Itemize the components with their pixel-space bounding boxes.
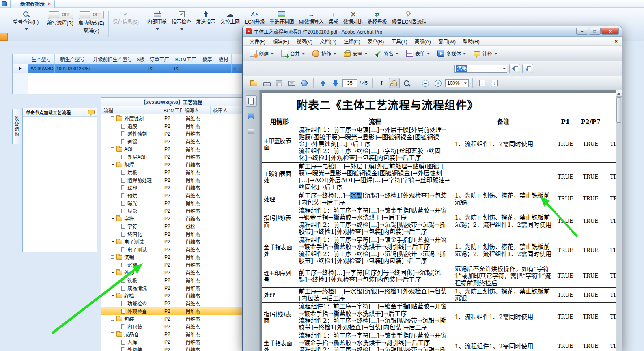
- collapse-icon[interactable]: [111, 240, 114, 243]
- grid-column-header[interactable]: 生产型号: [28, 54, 55, 64]
- find-combo-arrow-icon[interactable]: [503, 68, 505, 70]
- grid-cell[interactable]: [135, 64, 146, 73]
- collapse-icon[interactable]: [111, 217, 114, 220]
- tab-close-icon[interactable]: ×: [48, 1, 51, 7]
- dropdown-arrow-icon[interactable]: [463, 52, 465, 54]
- tree-item[interactable]: 内包装P2肖维杰: [101, 323, 242, 330]
- toolbar-button-internal-audit[interactable]: 内部审核: [145, 10, 169, 31]
- grid-cell[interactable]: [90, 64, 135, 73]
- collapse-icon[interactable]: [111, 332, 114, 336]
- menu-item[interactable]: 表单(R): [364, 37, 388, 46]
- tree-item[interactable]: 退膜P2肖维杰: [101, 122, 242, 130]
- grid-column-header[interactable]: 订单工厂: [146, 54, 172, 64]
- collapse-icon[interactable]: [111, 294, 114, 297]
- minimize-button[interactable]: [576, 28, 588, 35]
- page-number-input[interactable]: 35: [342, 79, 357, 87]
- tree-item[interactable]: 预烘P2肖维杰: [101, 192, 242, 199]
- toolbar-button-send-instruction[interactable]: 发送指示: [194, 10, 218, 26]
- close-button[interactable]: [601, 28, 619, 35]
- tree-item[interactable]: 烘板P2肖维杰: [101, 168, 242, 176]
- grid-column-header[interactable]: 新生产型号: [55, 54, 90, 64]
- grid-cell[interactable]: 10010200126253: [55, 64, 90, 73]
- tree-column-header[interactable]: 编写人: [182, 106, 211, 114]
- fit-width-button[interactable]: [476, 78, 487, 88]
- toolbar-button-ecn-upgrade[interactable]: ECN升级: [242, 10, 267, 26]
- tree-item[interactable]: 成品仓P2肖维杰: [101, 330, 242, 338]
- tree-item[interactable]: 成品清洗P2肖维杰: [101, 284, 242, 292]
- dropdown-arrow-icon[interactable]: [271, 52, 273, 54]
- tree-item[interactable]: 外层蚀刻P2肖维杰: [101, 114, 242, 122]
- tree-item[interactable]: 终检P2肖维杰: [101, 292, 242, 299]
- acrobat-toolbar-button-comment[interactable]: 注释: [470, 48, 500, 58]
- collapse-icon[interactable]: [111, 163, 114, 166]
- toolbar-button-save-info[interactable]: 保存信息(S): [110, 10, 141, 26]
- tree-item[interactable]: 外层AOIP2肖维杰: [101, 153, 242, 161]
- tree-item[interactable]: 终固化P2肖维杰: [101, 230, 242, 238]
- grid-column-header[interactable]: BOM工厂: [172, 54, 199, 64]
- zoom-out-button[interactable]: [420, 78, 431, 88]
- menu-item[interactable]: 注释(C): [340, 37, 364, 46]
- dropdown-arrow-icon[interactable]: [333, 52, 336, 54]
- restore-button[interactable]: [589, 28, 601, 35]
- find-previous-button[interactable]: [509, 64, 520, 73]
- tree-item[interactable]: AOIP2肖维杰: [101, 145, 242, 153]
- dropdown-arrow-icon[interactable]: [155, 28, 159, 30]
- upload-web-button[interactable]: [299, 78, 310, 88]
- tree-item[interactable]: 外包装P2肖维杰: [101, 346, 242, 351]
- toolbar-button-integrate[interactable]: 集成: [326, 10, 341, 26]
- toolbar-button-data-compare[interactable]: 数据对比: [341, 10, 365, 26]
- open-file-button[interactable]: [248, 78, 259, 88]
- tree-column-header[interactable]: BOM工厂: [161, 106, 182, 114]
- grid-column-header[interactable]: 板材: [215, 54, 232, 64]
- acrobat-toolbar-button-secure[interactable]: 安全: [340, 48, 370, 58]
- collapse-icon[interactable]: [111, 255, 114, 259]
- toolbar-button-select-motherboard[interactable]: 选择母板: [365, 10, 390, 26]
- toggle-write-flow[interactable]: OFF: [48, 11, 73, 19]
- toolbar-button-mi-data-import[interactable]: MI数据导入: [296, 10, 326, 26]
- zoom-combo-arrow-icon[interactable]: [464, 82, 466, 84]
- zoom-in-button[interactable]: [433, 78, 444, 88]
- grid-column-header[interactable]: S板: [135, 54, 146, 64]
- acrobat-toolbar-button-sign[interactable]: 签名: [372, 48, 402, 58]
- menu-item[interactable]: 高级(A): [411, 37, 435, 46]
- grid-cell[interactable]: P2: [146, 64, 172, 73]
- bookmarks-panel-button[interactable]: [246, 110, 257, 122]
- tree-item[interactable]: 阻焊P2肖维杰: [101, 161, 242, 168]
- tree-item[interactable]: 丝印P2肖维杰: [101, 184, 242, 192]
- tree-item[interactable]: 字符P2肖维杰: [101, 215, 242, 222]
- tree-item[interactable]: 沉锡P2肖维杰: [101, 261, 242, 269]
- dropdown-arrow-icon[interactable]: [427, 52, 429, 54]
- grid-cell[interactable]: 2V29UW8QA0: [28, 64, 55, 73]
- tree-item[interactable]: 功能检查P2肖维杰: [101, 299, 242, 307]
- acrobat-toolbar-button-forms[interactable]: 表单: [403, 48, 433, 58]
- menu-item[interactable]: 编辑(E): [269, 37, 293, 46]
- toolbar-button-reselect-cutting-drawing[interactable]: 重选开料图: [267, 10, 296, 26]
- dropdown-arrow-icon[interactable]: [364, 52, 367, 54]
- select-tool-button[interactable]: [376, 78, 387, 88]
- tree-item[interactable]: 电子测试P2肖维杰: [101, 238, 242, 245]
- acrobat-toolbar-button-create[interactable]: 创建: [247, 48, 277, 58]
- menu-item[interactable]: 文档(D): [316, 37, 340, 46]
- acrobat-toolbar-button-combine[interactable]: 合并: [278, 48, 308, 58]
- scrollbar-thumb[interactable]: [616, 97, 621, 123]
- hand-tool-button[interactable]: [389, 78, 400, 88]
- collapse-icon[interactable]: [111, 147, 114, 151]
- dropdown-arrow-icon[interactable]: [180, 28, 183, 30]
- dropdown-arrow-icon[interactable]: [302, 52, 304, 54]
- tree-column-header[interactable]: 核审人: [211, 106, 242, 114]
- tree-column-header[interactable]: 流程: [101, 106, 161, 114]
- pdf-canvas[interactable]: 附表二《主体工艺流程与流程组件》 用情形流程备注P1P2/P7+印蓝胶表面流程组…: [260, 90, 616, 351]
- tree-item[interactable]: 入库P2肖维杰: [101, 338, 242, 346]
- find-next-button[interactable]: [522, 64, 533, 73]
- acrobat-title-bar[interactable]: 主体工艺流程与流程组件20180108.pdf - Adobe Acrobat …: [243, 26, 622, 37]
- toolbar-button-repair-ecn-flow[interactable]: 修复ECN丢流程: [390, 10, 429, 26]
- tree-item[interactable]: 显影P2肖维杰: [101, 207, 242, 215]
- tree-item[interactable]: 外观检查P2肖维杰: [101, 307, 242, 315]
- pdf-vertical-scrollbar[interactable]: [616, 90, 622, 351]
- menu-item[interactable]: 工具(T): [388, 37, 411, 46]
- zoom-level-input[interactable]: 100%: [445, 79, 469, 87]
- next-page-button[interactable]: [330, 78, 341, 88]
- acrobat-toolbar-button-collaborate[interactable]: 协作: [309, 48, 339, 58]
- toolbar-button-doc-control-upload[interactable]: 文控上网: [218, 10, 242, 26]
- previous-page-button[interactable]: [317, 78, 328, 88]
